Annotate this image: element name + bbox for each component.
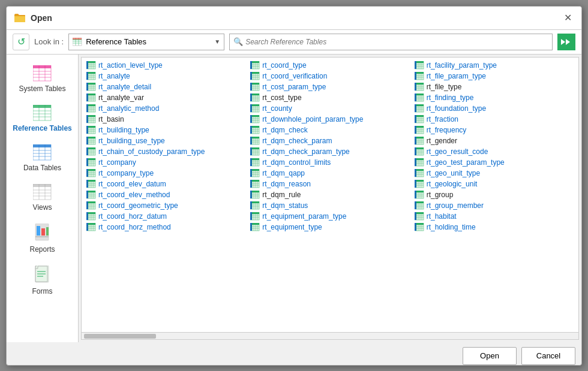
file-col-3: rt_facility_param_typert_file_param_type… [412,60,576,233]
close-button[interactable]: ✕ [561,11,574,25]
list-item[interactable]: rt_frequency [412,125,576,135]
sidebar-item-forms[interactable]: Forms [7,261,78,300]
list-item[interactable]: rt_analyte_detail [84,82,248,92]
list-item[interactable]: rt_finding_type [412,92,576,103]
open-button[interactable]: Open [463,347,517,365]
list-item[interactable]: rt_basin [84,114,248,125]
table-row-icon [86,104,96,113]
file-name: rt_basin [98,115,124,123]
svg-rect-508 [415,212,416,220]
list-item[interactable]: rt_coord_elev_method [84,189,248,200]
table-row-icon [86,201,96,210]
list-item[interactable]: rt_dqm_reason [248,179,412,189]
list-item[interactable]: rt_cost_param_type [248,82,412,92]
list-item[interactable]: rt_dqm_rule [248,189,412,200]
file-name: rt_dqm_check [262,126,307,134]
refresh-button[interactable]: ↺ [13,34,29,50]
list-item[interactable]: rt_file_param_type [412,71,576,82]
file-name: rt_holding_time [427,223,476,231]
list-item[interactable]: rt_foundation_type [412,103,576,114]
list-item[interactable]: rt_dqm_check_param [248,135,412,146]
list-item[interactable]: rt_geo_test_param_type [412,157,576,168]
list-item[interactable]: rt_coord_horz_datum [84,211,248,222]
cancel-button[interactable]: Cancel [521,347,575,365]
sidebar-item-system-tables[interactable]: System Tables [7,61,78,98]
file-name: rt_dqm_status [262,201,308,210]
search-input[interactable] [245,38,548,46]
table-row-icon [86,115,96,123]
reference-tables-icon [33,105,52,122]
file-name: rt_dqm_check_param [262,137,332,145]
svg-rect-198 [86,223,88,231]
list-item[interactable]: rt_habitat [412,211,576,222]
sidebar-item-reports[interactable]: Reports [7,219,78,258]
list-item[interactable]: rt_gender [412,135,576,146]
list-item[interactable]: rt_dqm_qapp [248,168,412,179]
list-item[interactable]: rt_analyte [84,71,248,82]
file-name: rt_file_type [427,83,462,91]
file-name: rt_analytic_method [98,104,159,113]
table-row-icon [415,158,424,167]
list-item[interactable]: rt_cost_type [248,92,412,103]
table-row-icon [415,169,424,177]
list-item[interactable]: rt_group_member [412,200,576,211]
list-item[interactable]: rt_action_level_type [84,60,248,71]
look-in-select[interactable]: Reference Tables ▼ [68,34,224,50]
file-name: rt_cost_param_type [262,83,326,91]
list-item[interactable]: rt_equipment_param_type [248,211,412,222]
svg-rect-468 [415,169,416,177]
svg-rect-138 [86,158,88,166]
svg-rect-488 [415,191,416,198]
reports-icon [34,224,51,243]
system-tables-icon [33,65,52,82]
list-item[interactable]: rt_company_type [84,168,248,179]
sidebar-item-reference-tables[interactable]: Reference Tables [7,100,78,137]
sidebar-item-data-tables[interactable]: Data Tables [7,140,78,177]
list-item[interactable]: rt_analytic_method [84,103,248,114]
sidebar-label-views: Views [33,203,52,212]
list-item[interactable]: rt_geo_result_code [412,146,576,157]
list-item[interactable]: rt_dqm_check_param_type [248,146,412,157]
table-row-icon [415,72,424,80]
look-in-label: Look in : [34,37,64,46]
go-button[interactable] [557,34,575,50]
sidebar-item-views[interactable]: Views [7,179,78,216]
list-item[interactable]: rt_dqm_control_limits [248,157,412,168]
file-name: rt_dqm_control_limits [262,158,331,167]
list-item[interactable]: rt_dqm_check [248,125,412,135]
list-item[interactable]: rt_coord_type [248,60,412,71]
list-item[interactable]: rt_downhole_point_param_type [248,114,412,125]
list-item[interactable]: rt_coord_horz_method [84,222,248,233]
list-item[interactable]: rt_chain_of_custody_param_type [84,146,248,157]
list-item[interactable]: rt_equipment_type [248,222,412,233]
table-row-icon [250,223,260,231]
svg-rect-178 [86,201,88,209]
table-row-icon [250,126,260,134]
file-name: rt_company [98,158,136,167]
svg-rect-448 [415,147,416,155]
table-row-icon [250,169,260,177]
svg-marker-7 [561,39,565,45]
list-item[interactable]: rt_county [248,103,412,114]
file-name: rt_equipment_type [262,223,322,231]
list-item[interactable]: rt_analyte_var [84,92,248,103]
list-item[interactable]: rt_fraction [412,114,576,125]
list-item[interactable]: rt_file_type [412,82,576,92]
horizontal-scrollbar[interactable] [81,333,579,340]
list-item[interactable]: rt_group [412,189,576,200]
list-item[interactable]: rt_coord_verification [248,71,412,82]
file-name: rt_foundation_type [427,104,486,113]
list-item[interactable]: rt_holding_time [412,222,576,233]
list-item[interactable]: rt_dqm_status [248,200,412,211]
file-name: rt_file_param_type [427,72,486,80]
list-item[interactable]: rt_building_type [84,125,248,135]
list-item[interactable]: rt_coord_elev_datum [84,179,248,189]
list-item[interactable]: rt_coord_geometric_type [84,200,248,211]
list-item[interactable]: rt_geologic_unit [412,179,576,189]
list-item[interactable]: rt_building_use_type [84,135,248,146]
svg-rect-78 [86,93,88,101]
list-item[interactable]: rt_geo_unit_type [412,168,576,179]
list-item[interactable]: rt_company [84,157,248,168]
list-item[interactable]: rt_facility_param_type [412,60,576,71]
open-dialog: Open ✕ ↺ Look in : Reference Tables ▼ [6,6,582,366]
